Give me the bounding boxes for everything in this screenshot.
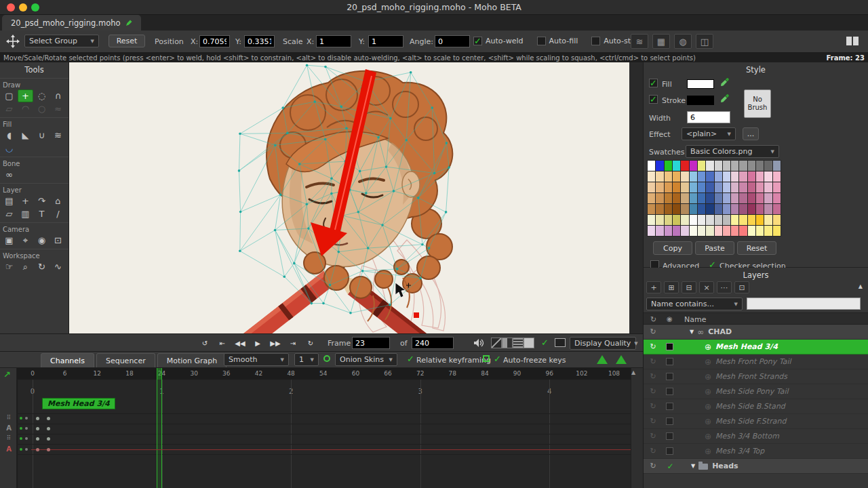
swatch-color[interactable] [648, 226, 655, 236]
layer-visibility-checkbox[interactable] [666, 343, 673, 350]
swatch-color[interactable] [673, 161, 680, 171]
swatch-color[interactable] [656, 226, 663, 236]
text-tool[interactable]: T [34, 207, 50, 220]
width-input[interactable] [687, 111, 730, 123]
swatch-color[interactable] [756, 193, 764, 203]
swatch-color[interactable] [764, 226, 772, 236]
stroke-color-swatch[interactable] [687, 96, 714, 105]
swatch-color[interactable] [648, 204, 655, 214]
quality-full-icon[interactable] [524, 338, 534, 348]
fill-checkbox[interactable]: ✓ [649, 79, 658, 87]
swatch-color[interactable] [681, 215, 688, 225]
swatch-color[interactable] [731, 226, 738, 236]
line-width-tool[interactable]: ≋ [50, 129, 66, 142]
layer-row-mesh-side-b-stand[interactable]: ↻⊕Mesh Side B.Stand [644, 399, 868, 414]
swatch-color[interactable] [706, 161, 713, 171]
collapse-panel-icon[interactable]: ▲ [859, 283, 863, 289]
swatch-color[interactable] [656, 171, 663, 182]
swatch-color[interactable] [715, 171, 722, 182]
keyframe-dot[interactable] [47, 448, 50, 451]
swatch-color[interactable] [706, 226, 713, 236]
magnet-tool[interactable]: ∩ [50, 89, 66, 102]
swatch-color[interactable] [715, 215, 722, 225]
bind-layer-icon[interactable]: ▦ [652, 34, 670, 49]
swatch-color[interactable] [698, 226, 705, 236]
swatch-color[interactable] [681, 161, 688, 171]
swatch-color[interactable] [748, 193, 755, 203]
move-tool-icon[interactable] [6, 35, 20, 48]
swatch-color[interactable] [723, 182, 730, 192]
stroke-eyedropper-icon[interactable] [719, 94, 730, 104]
swatch-color[interactable] [773, 171, 781, 182]
swatch-color[interactable] [656, 182, 663, 192]
checkbox-auto-fill[interactable]: Auto-fill [537, 37, 578, 45]
swatch-color[interactable] [690, 204, 697, 214]
layer-row-mesh-side-f-strand[interactable]: ↻⊕Mesh Side F.Strand [644, 414, 868, 429]
swatch-color[interactable] [648, 215, 655, 225]
minimize-button[interactable] [19, 3, 27, 12]
step-forward-button[interactable]: ▶▶ [267, 337, 283, 350]
position-y-input[interactable] [244, 35, 275, 47]
transform-points-tool[interactable]: + [18, 89, 33, 102]
layer-visibility-checkbox[interactable] [666, 447, 673, 455]
swatch-color[interactable] [706, 215, 713, 225]
swatch-color[interactable] [748, 161, 755, 171]
position-x-input[interactable] [199, 35, 230, 47]
swatch-color[interactable] [681, 193, 688, 203]
swatch-color[interactable] [773, 161, 781, 171]
expand-arrow-icon[interactable]: ▼ [691, 463, 695, 469]
tab-sequencer[interactable]: Sequencer [96, 353, 155, 367]
swatch-color[interactable] [756, 161, 764, 171]
swatch-color[interactable] [673, 204, 680, 214]
timeline-zoom-out-icon[interactable] [597, 355, 608, 364]
interpolation-dropdown[interactable]: Smooth ▼ [224, 353, 289, 366]
swatch-color[interactable] [665, 204, 672, 214]
timeline-scrollbar[interactable] [631, 368, 643, 488]
swatch-color[interactable] [764, 171, 772, 182]
selected-track-label[interactable]: Mesh Head 3/4 [42, 398, 115, 409]
keyframe-box-icon[interactable] [483, 355, 490, 362]
swatch-color[interactable] [764, 204, 772, 214]
swatch-color[interactable] [764, 193, 772, 203]
swatch-color[interactable] [773, 215, 781, 225]
swatch-color[interactable] [690, 215, 697, 225]
loop-start-button[interactable]: ↺ [197, 337, 213, 350]
swatch-color[interactable] [764, 215, 772, 225]
quality-half-icon[interactable] [502, 338, 513, 348]
camera-track-tool[interactable]: ▣ [1, 234, 17, 247]
tab-motion-graph[interactable]: Motion Graph [157, 353, 227, 367]
effect-more-button[interactable]: ... [743, 127, 759, 140]
effect-dropdown[interactable]: <plain> ▼ [682, 127, 736, 140]
camera-roll-tool[interactable]: ◉ [34, 234, 50, 247]
swatch-color[interactable] [739, 171, 747, 182]
swatch-color[interactable] [665, 215, 672, 225]
new-layer-button[interactable]: + [646, 281, 661, 293]
layer-row-mesh-3-4-top[interactable]: ↻⊕Mesh 3/4 Top [644, 444, 868, 459]
layer-island-tool[interactable]: ⌂ [50, 195, 66, 207]
swatch-color[interactable] [723, 193, 730, 203]
reference-layer-button[interactable]: ⊟ [682, 281, 696, 293]
angle-input[interactable] [435, 35, 470, 47]
swatch-color[interactable] [706, 182, 713, 192]
reset-style-button[interactable]: Reset [737, 241, 776, 255]
layer-visibility-checkbox[interactable] [666, 388, 673, 395]
swatch-color[interactable] [756, 215, 764, 225]
swatch-color[interactable] [648, 161, 655, 171]
orbit-workspace-tool[interactable]: ∿ [50, 260, 66, 273]
more-options-button[interactable]: ⋯ [717, 281, 732, 293]
swatch-color[interactable] [748, 226, 755, 236]
swatch-color[interactable] [656, 215, 663, 225]
swatch-color[interactable] [681, 171, 688, 182]
swatch-color[interactable] [739, 193, 747, 203]
pencil-tool[interactable]: / [50, 207, 66, 220]
pages-icon[interactable] [846, 36, 859, 46]
swatch-color[interactable] [715, 182, 722, 192]
swatch-color[interactable] [673, 193, 680, 203]
fill-eyedropper-icon[interactable] [719, 77, 730, 87]
add-layer-tool[interactable]: + [18, 195, 33, 207]
swatch-color[interactable] [731, 171, 738, 182]
layer-visibility-checkbox[interactable]: ✓ [666, 462, 675, 470]
auto-freeze-checkbox[interactable]: ✓ [494, 354, 501, 364]
note-tool[interactable]: ▥ [18, 207, 33, 220]
swatch-color[interactable] [681, 182, 688, 192]
